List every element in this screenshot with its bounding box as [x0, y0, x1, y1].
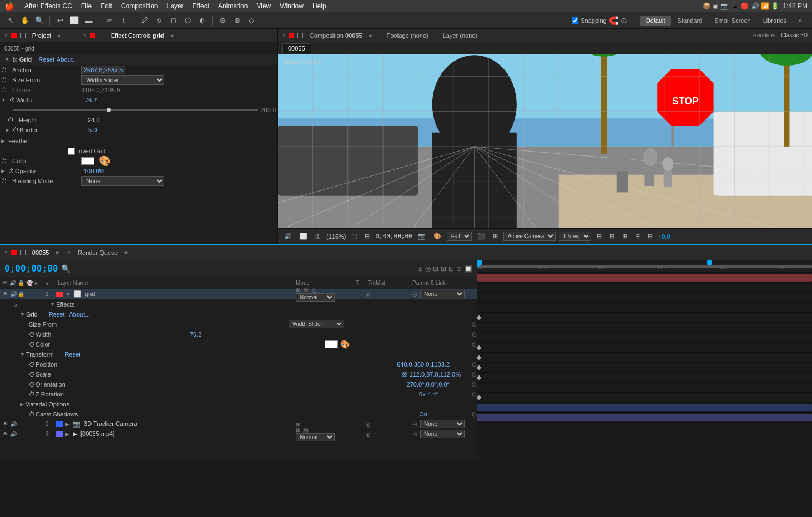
zrotation-value[interactable]: 0x-4.4° — [419, 391, 438, 398]
layer-1-fx[interactable]: fx — [303, 288, 309, 293]
ctrl-more3[interactable]: ⊞ — [620, 232, 629, 241]
tl-search[interactable]: 🔍 — [61, 264, 70, 273]
ctrl-more2[interactable]: ⊟ — [607, 232, 617, 241]
layer-row-1[interactable]: 👁 🔊 🔒 1 ▼ ⬜ grid ⊞ fx ◎ Normal — [0, 289, 477, 299]
width-sub-stopwatch-icon[interactable]: ⏱ — [29, 331, 36, 338]
view-select[interactable]: 1 View — [559, 232, 591, 241]
opacity-value[interactable]: 100.0% — [84, 168, 276, 174]
ctrl-more5[interactable]: ⊟ — [645, 232, 655, 241]
ctrl-3d[interactable]: ◎ — [313, 232, 323, 241]
keyframe-orient-1[interactable] — [477, 365, 481, 370]
track-row-3[interactable] — [477, 413, 812, 423]
color-swatch[interactable] — [81, 157, 94, 165]
layer-1-props-icon[interactable]: ⊞ — [296, 287, 300, 293]
comp-tab-label[interactable]: Composition 00055 — [306, 31, 366, 40]
tl-tool2[interactable]: ◎ — [425, 265, 431, 273]
layer-3-expand[interactable]: ▶ — [65, 431, 69, 437]
opacity-stopwatch[interactable]: ⏱ — [8, 168, 13, 174]
width-slider-thumb[interactable] — [107, 108, 111, 112]
track-bar-2[interactable] — [477, 404, 812, 411]
tool-clone[interactable]: ⎋ — [153, 14, 165, 27]
tool-paint[interactable]: 🖊 — [138, 14, 150, 27]
tool-pen[interactable]: ✏ — [103, 14, 115, 27]
tl-tool1[interactable]: ⊞ — [417, 265, 423, 273]
layer-row-2[interactable]: 👁 🔊 2 ▶ 📷 3D Tracker Camera ⊞ ◎ — [0, 419, 477, 429]
grid-about[interactable]: About... — [57, 56, 78, 63]
shadows-stopwatch-icon[interactable]: ⏱ — [29, 411, 36, 418]
tool-hand[interactable]: ✋ — [19, 14, 31, 27]
width-sub-value[interactable]: 76.2 — [190, 331, 344, 338]
comp-menu[interactable]: ≡ — [369, 32, 372, 38]
work-area-bar[interactable] — [477, 265, 812, 268]
blending-stopwatch[interactable]: ⏱ — [1, 178, 10, 184]
invert-grid-checkbox[interactable] — [68, 148, 75, 155]
width-slider[interactable] — [13, 109, 258, 111]
size-from-sub-select[interactable]: Width Slider — [289, 320, 344, 328]
position-value[interactable]: 640.0,360.0,1103.2 — [397, 361, 450, 368]
ctrl-grid2[interactable]: ⊞ — [491, 232, 500, 241]
tab-project[interactable]: Project — [29, 31, 54, 40]
tool-roto[interactable]: ⬡ — [181, 14, 194, 27]
workspace-default[interactable]: Default — [640, 16, 671, 26]
ctrl-pixel[interactable]: ⊞ — [362, 232, 372, 241]
width-expand[interactable]: ▼ — [1, 97, 6, 103]
layer-2-name-text[interactable]: 3D Tracker Camera — [84, 420, 137, 427]
camera-select[interactable]: Active Camera — [503, 232, 556, 241]
material-expand[interactable]: ▶ — [20, 401, 24, 407]
anchor-stopwatch[interactable]: ⏱ — [1, 67, 10, 73]
tl-menu1[interactable]: ≡ — [56, 249, 59, 255]
layer-3-props-icon[interactable]: ⊞ — [296, 427, 300, 433]
playhead[interactable] — [478, 260, 478, 272]
track-bar-1[interactable] — [477, 274, 812, 282]
keyframe-scale-1[interactable] — [477, 355, 481, 360]
comp-viewport[interactable]: Active Camera STOP — [278, 54, 812, 228]
menu-edit[interactable]: Edit — [97, 1, 116, 11]
keyframe-zrot-1[interactable] — [477, 375, 481, 380]
project-menu[interactable]: ≡ — [58, 32, 61, 38]
shadows-stopwatch[interactable]: ◎ — [472, 411, 477, 417]
tool-zoom[interactable]: 🔍 — [33, 14, 46, 27]
ctrl-region[interactable]: ⬛ — [475, 232, 487, 241]
layer-3-eye[interactable]: 👁 — [2, 431, 9, 438]
layer-1-eye[interactable]: 👁 — [2, 291, 9, 298]
workspace-libraries[interactable]: Libraries — [758, 16, 792, 26]
size-from-select[interactable]: Width Slider — [81, 75, 164, 85]
layer-3-name-text[interactable]: [00055.mp4] — [80, 430, 114, 437]
timecode-display[interactable]: 0;00;00;00 — [375, 233, 412, 240]
layer-1-parent-select[interactable]: None — [420, 290, 465, 298]
tool-camera[interactable]: ⬜ — [68, 14, 80, 27]
layer-2-eye[interactable]: 👁 — [2, 421, 9, 428]
tool-select[interactable]: ↖ — [4, 14, 17, 27]
grid-sub-about[interactable]: About... — [69, 311, 90, 318]
position-stopwatch[interactable]: ◎ — [472, 361, 477, 367]
color-picker-icon[interactable]: 🎨 — [99, 155, 111, 167]
workspace-more[interactable]: » — [793, 16, 808, 26]
scale-value[interactable]: ⛓ 112.0,87.8,112.0% — [402, 371, 461, 378]
height-value[interactable]: 24.0 — [88, 117, 276, 123]
orient-stopwatch-icon[interactable]: ⏱ — [29, 381, 36, 388]
tl-close2[interactable]: × — [68, 249, 71, 255]
layer-1-motion[interactable]: ◎ — [312, 287, 317, 293]
feather-expand[interactable]: ▶ — [1, 138, 5, 144]
grid-sub-expand[interactable]: ▼ — [20, 312, 25, 317]
tab-effect-controls[interactable]: Effect Controls grid — [108, 31, 168, 40]
border-stopwatch[interactable]: ⏱ — [13, 127, 17, 133]
tool-eraser[interactable]: ◻ — [167, 14, 179, 27]
color-stopwatch[interactable]: ⏱ — [1, 158, 10, 164]
transform-expand[interactable]: ▼ — [20, 352, 25, 357]
grid-expand[interactable]: ▼ — [4, 57, 9, 62]
width-stopwatch-area[interactable]: ⏱ — [9, 97, 14, 103]
grid-reset[interactable]: Reset — [38, 56, 54, 63]
tool-shape[interactable]: ◇ — [245, 14, 258, 27]
apple-menu[interactable]: 🍎 — [4, 2, 14, 11]
layer-2-expand[interactable]: ▶ — [65, 421, 69, 427]
tl-tab-render[interactable]: Render Queue — [74, 248, 121, 257]
track-row-1[interactable] — [477, 273, 812, 283]
effects-expand[interactable]: ▼ — [50, 302, 55, 307]
tl-tool6[interactable]: ⊙ — [456, 265, 462, 273]
orient-stopwatch[interactable]: ◎ — [472, 381, 477, 387]
workspace-standard[interactable]: Standard — [672, 16, 708, 26]
ctrl-audio[interactable]: 🔊 — [282, 232, 294, 241]
layer-3-parent-select[interactable]: None — [420, 430, 465, 438]
layer-1-audio[interactable]: 🔊 — [10, 291, 17, 298]
